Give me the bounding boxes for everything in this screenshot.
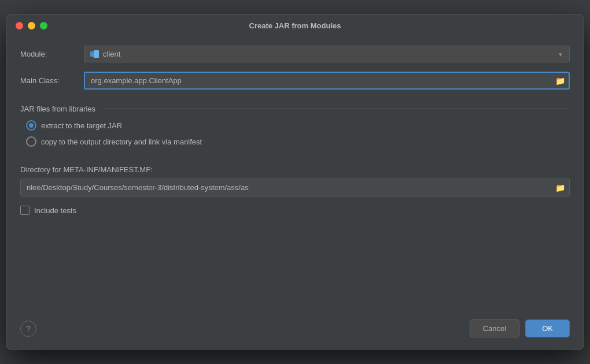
radio-extract-circle[interactable] <box>26 120 36 131</box>
close-button[interactable] <box>16 22 23 29</box>
main-class-label: Main Class: <box>20 76 84 85</box>
window-controls <box>16 22 47 29</box>
create-jar-dialog: Create JAR from Modules Module: client ▼… <box>6 14 584 350</box>
manifest-dir-label: Directory for META-INF/MANIFEST.MF: <box>20 165 570 174</box>
help-button[interactable]: ? <box>20 321 36 337</box>
minimize-button[interactable] <box>28 22 35 29</box>
jar-section-title: JAR files from libraries <box>20 105 570 113</box>
manifest-folder-icon: 📁 <box>555 183 565 192</box>
include-tests-label: Include tests <box>34 206 76 215</box>
jar-radio-group: extract to the target JAR copy to the ou… <box>20 120 570 147</box>
main-class-input[interactable] <box>84 72 570 90</box>
cancel-button[interactable]: Cancel <box>470 320 519 337</box>
manifest-browse-button[interactable]: 📁 <box>552 181 569 195</box>
dialog-body: Module: client ▼ Main Class: 📁 J <box>6 34 584 314</box>
module-select-wrap: client ▼ <box>84 46 570 62</box>
main-class-input-wrap: 📁 <box>84 72 570 90</box>
radio-extract[interactable]: extract to the target JAR <box>26 120 570 131</box>
radio-copy[interactable]: copy to the output directory and link vi… <box>26 136 570 147</box>
dialog-title: Create JAR from Modules <box>249 21 341 30</box>
footer-buttons: Cancel OK <box>470 320 570 337</box>
module-label: Module: <box>20 50 84 58</box>
module-select[interactable]: client ▼ <box>84 46 570 62</box>
main-class-row: Main Class: 📁 <box>20 72 570 90</box>
title-bar: Create JAR from Modules <box>6 15 584 34</box>
folder-browse-icon: 📁 <box>555 76 565 86</box>
main-class-browse-button[interactable]: 📁 <box>552 74 569 88</box>
module-value: client <box>103 50 563 58</box>
include-tests-checkbox[interactable] <box>20 206 30 215</box>
manifest-input-wrap: 📁 <box>20 179 570 196</box>
dialog-footer: ? Cancel OK <box>6 314 584 349</box>
module-row: Module: client ▼ <box>20 46 570 62</box>
manifest-input[interactable] <box>20 179 570 196</box>
manifest-section: Directory for META-INF/MANIFEST.MF: 📁 <box>20 165 570 196</box>
radio-copy-circle[interactable] <box>26 136 36 147</box>
help-icon: ? <box>26 324 31 333</box>
radio-extract-label: extract to the target JAR <box>41 121 122 130</box>
jar-section: JAR files from libraries extract to the … <box>20 105 570 156</box>
module-icon <box>90 50 99 58</box>
ok-button[interactable]: OK <box>525 320 570 337</box>
radio-copy-label: copy to the output directory and link vi… <box>41 138 202 146</box>
maximize-button[interactable] <box>40 22 47 29</box>
include-tests-row[interactable]: Include tests <box>20 206 570 215</box>
